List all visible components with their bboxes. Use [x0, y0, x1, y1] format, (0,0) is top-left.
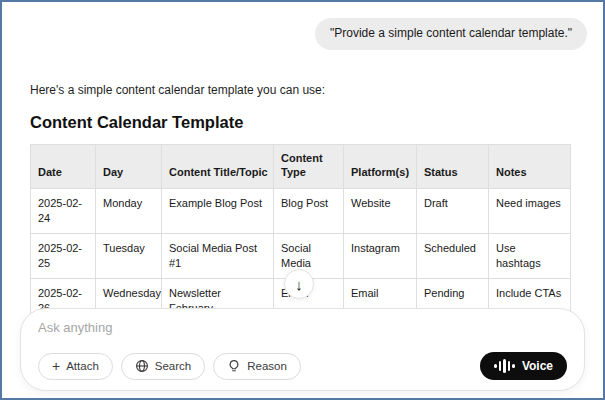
- table-header-cell: Day: [96, 144, 162, 189]
- table-cell: 2025-02-24: [31, 189, 96, 234]
- assistant-intro-text: Here's a simple content calendar templat…: [30, 83, 575, 97]
- table-cell: Blog Post: [274, 189, 344, 234]
- waveform-icon: [494, 358, 515, 374]
- reason-button-label: Reason: [247, 360, 287, 372]
- voice-button-label: Voice: [522, 359, 553, 373]
- table-cell: 2025-02-25: [31, 233, 96, 278]
- table-cell: Use hashtags: [489, 233, 571, 278]
- table-header-cell: Date: [31, 144, 96, 189]
- attach-button-label: Attach: [66, 360, 99, 372]
- reason-button[interactable]: Reason: [213, 353, 301, 380]
- table-header-cell: Platform(s): [344, 144, 417, 189]
- scroll-to-bottom-button[interactable]: ↓: [284, 269, 314, 299]
- table-header-cell: Status: [417, 144, 489, 189]
- arrow-down-icon: ↓: [295, 276, 303, 293]
- table-heading: Content Calendar Template: [30, 113, 575, 132]
- chat-window: "Provide a simple content calendar templ…: [0, 0, 605, 400]
- voice-button[interactable]: Voice: [480, 352, 567, 380]
- table-header-row: DateDayContent Title/TopicContent TypePl…: [31, 144, 571, 189]
- user-message-row: "Provide a simple content calendar templ…: [2, 2, 603, 50]
- plus-icon: +: [52, 359, 60, 373]
- content-calendar-table: DateDayContent Title/TopicContent TypePl…: [30, 144, 571, 336]
- attach-button[interactable]: + Attach: [38, 353, 113, 380]
- table-header-cell: Content Title/Topic: [162, 144, 274, 189]
- table-cell: Monday: [96, 189, 162, 234]
- table-cell: Instagram: [344, 233, 417, 278]
- table-cell: Social Media Post #1: [162, 233, 274, 278]
- globe-icon: [135, 359, 149, 373]
- lightbulb-icon: [227, 359, 241, 373]
- table-header-cell: Content Type: [274, 144, 344, 189]
- search-button[interactable]: Search: [121, 353, 205, 380]
- composer-toolbar: + Attach Search: [38, 352, 567, 380]
- table-cell: Need images: [489, 189, 571, 234]
- table-cell: Scheduled: [417, 233, 489, 278]
- composer: + Attach Search: [20, 308, 585, 391]
- search-button-label: Search: [155, 360, 191, 372]
- table-cell: Website: [344, 189, 417, 234]
- table-header-cell: Notes: [489, 144, 571, 189]
- message-input[interactable]: [38, 320, 567, 335]
- table-cell: Example Blog Post: [162, 189, 274, 234]
- user-message-bubble: "Provide a simple content calendar templ…: [315, 18, 587, 50]
- table-row: 2025-02-24MondayExample Blog PostBlog Po…: [31, 189, 571, 234]
- table-cell: Tuesday: [96, 233, 162, 278]
- table-cell: Draft: [417, 189, 489, 234]
